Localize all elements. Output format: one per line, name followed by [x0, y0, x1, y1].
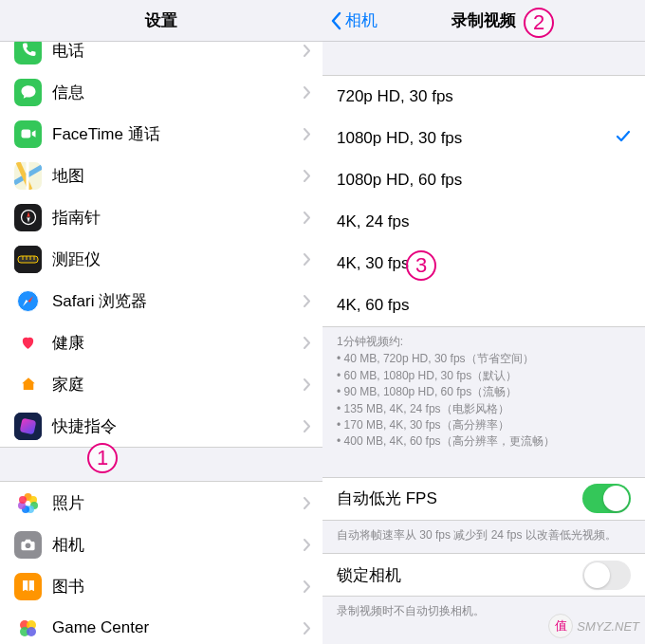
auto-low-light-footer: 自动将帧速率从 30 fps 减少到 24 fps 以改善低光视频。	[322, 521, 645, 553]
home-icon	[14, 371, 42, 398]
row-label: 健康	[52, 332, 304, 354]
back-label: 相机	[345, 9, 378, 31]
chevron-right-icon	[304, 253, 311, 266]
settings-title: 设置	[145, 9, 177, 31]
chevron-right-icon	[304, 295, 311, 307]
msg-icon	[14, 79, 42, 106]
lock-camera-toggle[interactable]	[582, 561, 631, 590]
settings-header: 设置	[0, 0, 322, 42]
row-label: 地图	[52, 165, 304, 187]
record-video-pane: 相机 录制视频 720p HD, 30 fps1080p HD, 30 fps1…	[322, 0, 645, 644]
info-title: 1分钟视频约:	[337, 334, 631, 350]
settings-row-home[interactable]: 家庭	[0, 363, 322, 405]
row-label: 测距仪	[52, 248, 304, 270]
settings-row-measure[interactable]: 测距仪	[0, 238, 322, 280]
chevron-right-icon	[304, 212, 311, 224]
row-label: 图书	[52, 576, 304, 598]
info-line: • 400 MB, 4K, 60 fps（高分辨率，更流畅）	[337, 433, 631, 450]
gap	[322, 42, 645, 75]
phone-icon	[14, 42, 42, 64]
settings-row-books[interactable]: 图书	[0, 565, 322, 607]
settings-row-map[interactable]: 地图	[0, 155, 322, 196]
option-label: 720p HD, 30 fps	[337, 87, 631, 106]
settings-row-compass[interactable]: 指南针	[0, 196, 322, 238]
row-label: 快捷指令	[52, 415, 304, 437]
chevron-right-icon	[304, 170, 311, 182]
info-line: • 170 MB, 4K, 30 fps（高分辨率）	[337, 417, 631, 433]
settings-row-ft[interactable]: FaceTime 通话	[0, 113, 322, 155]
video-option[interactable]: 720p HD, 30 fps	[322, 76, 645, 118]
settings-group-2: 照片相机图书Game Center	[0, 481, 322, 644]
svg-point-21	[19, 496, 27, 504]
video-option[interactable]: 4K, 30 fps	[322, 243, 645, 285]
video-option[interactable]: 1080p HD, 60 fps	[322, 159, 645, 201]
row-label: 照片	[52, 492, 304, 514]
row-label: 指南针	[52, 207, 304, 229]
info-line: • 60 MB, 1080p HD, 30 fps（默认）	[337, 368, 631, 384]
svg-rect-0	[21, 130, 30, 138]
option-label: 4K, 24 fps	[337, 212, 631, 231]
chevron-right-icon	[304, 45, 311, 57]
measure-icon	[14, 246, 42, 273]
video-options-list: 720p HD, 30 fps1080p HD, 30 fps1080p HD,…	[322, 75, 645, 327]
info-line: • 90 MB, 1080p HD, 60 fps（流畅）	[337, 384, 631, 400]
settings-row-safari[interactable]: Safari 浏览器	[0, 280, 322, 322]
shortcuts-icon	[14, 413, 42, 440]
chevron-left-icon	[330, 11, 341, 30]
camera-icon	[14, 531, 42, 559]
settings-row-health[interactable]: 健康	[0, 322, 322, 363]
svg-point-22	[26, 543, 31, 548]
row-label: Game Center	[52, 618, 304, 637]
lock-camera-label: 锁定相机	[337, 564, 582, 586]
auto-low-light-toggle[interactable]	[582, 484, 631, 513]
row-label: 电话	[52, 42, 304, 62]
chevron-right-icon	[304, 622, 311, 635]
watermark: 值 SMYZ.NET	[548, 614, 639, 638]
chevron-right-icon	[304, 337, 311, 349]
ft-icon	[14, 120, 42, 148]
row-label: 相机	[52, 534, 304, 556]
gap	[322, 460, 645, 477]
annotation-badge-2: 2	[524, 8, 554, 38]
lock-camera-group: 锁定相机	[322, 553, 645, 597]
video-option[interactable]: 4K, 60 fps	[322, 285, 645, 326]
row-label: 信息	[52, 82, 304, 103]
settings-pane: 设置 电话信息FaceTime 通话地图指南针测距仪Safari 浏览器健康家庭…	[0, 0, 322, 644]
settings-row-photos[interactable]: 照片	[0, 482, 322, 524]
chevron-right-icon	[304, 580, 311, 593]
settings-row-phone[interactable]: 电话	[0, 42, 322, 71]
video-option[interactable]: 4K, 24 fps	[322, 201, 645, 243]
settings-row-shortcuts[interactable]: 快捷指令	[0, 405, 322, 447]
video-option[interactable]: 1080p HD, 30 fps	[322, 118, 645, 159]
settings-group-1: 电话信息FaceTime 通话地图指南针测距仪Safari 浏览器健康家庭快捷指…	[0, 42, 322, 448]
video-info-footer: 1分钟视频约: • 40 MB, 720p HD, 30 fps（节省空间）• …	[322, 327, 645, 460]
chevron-right-icon	[304, 128, 311, 140]
info-line: • 135 MB, 4K, 24 fps（电影风格）	[337, 401, 631, 417]
settings-row-camera[interactable]: 相机	[0, 524, 322, 565]
map-icon	[14, 162, 42, 190]
checkmark-icon	[616, 129, 631, 148]
toggle-knob	[584, 562, 610, 588]
auto-low-light-label: 自动低光 FPS	[337, 488, 582, 509]
back-button[interactable]: 相机	[330, 9, 378, 31]
option-label: 4K, 60 fps	[337, 296, 631, 315]
toggle-knob	[603, 486, 629, 511]
settings-row-msg[interactable]: 信息	[0, 71, 322, 113]
option-label: 1080p HD, 30 fps	[337, 129, 616, 148]
health-icon	[14, 329, 42, 357]
books-icon	[14, 573, 42, 600]
option-label: 1080p HD, 60 fps	[337, 171, 631, 190]
row-label: Safari 浏览器	[52, 290, 304, 312]
chevron-right-icon	[304, 420, 311, 432]
chevron-right-icon	[304, 497, 311, 509]
gc-icon	[14, 615, 42, 642]
auto-low-light-group: 自动低光 FPS	[322, 477, 645, 521]
record-video-header: 相机 录制视频	[322, 0, 645, 42]
svg-rect-4	[18, 256, 38, 263]
info-line: • 40 MB, 720p HD, 30 fps（节省空间）	[337, 351, 631, 367]
chevron-right-icon	[304, 539, 311, 551]
chevron-right-icon	[304, 378, 311, 391]
watermark-icon: 值	[548, 614, 573, 638]
safari-icon	[14, 287, 42, 315]
settings-row-gc[interactable]: Game Center	[0, 607, 322, 644]
